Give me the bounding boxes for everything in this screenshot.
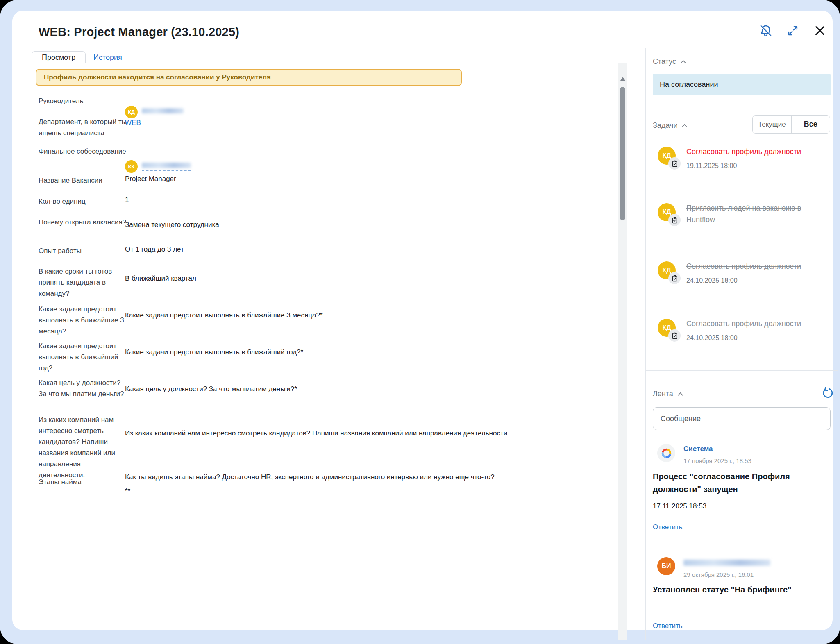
chevron-up-icon	[680, 60, 686, 64]
task-avatar: КД	[658, 261, 683, 287]
page-title: WEB: Project Manager (23.10.2025)	[39, 25, 239, 39]
feed-item-date: 29 октября 2025 г., 16:01	[683, 571, 754, 578]
clipboard-check-icon	[668, 272, 681, 284]
reply-link[interactable]: Ответить	[653, 622, 683, 630]
task-due-date: 24.10.2025 18:00	[686, 277, 832, 284]
task-item: КД Согласовать профиль должности 24.10.2…	[658, 318, 832, 342]
status-value[interactable]: На согласовании	[653, 74, 831, 95]
notifications-off-icon[interactable]	[758, 23, 774, 39]
feed-message: Установлен статус "На брифинге"	[653, 583, 830, 596]
tab-view-label: Просмотр	[42, 53, 75, 62]
approval-warning-banner: Профиль должности находится на согласова…	[36, 69, 462, 86]
redacted-author-name[interactable]	[683, 560, 770, 566]
section-divider	[646, 370, 838, 371]
feed-divider	[653, 546, 831, 546]
chevron-up-icon	[677, 392, 683, 396]
refresh-icon[interactable]	[820, 386, 834, 400]
sidebar-divider	[645, 48, 646, 640]
feed-section-header[interactable]: Лента	[653, 390, 683, 398]
feed-message: Процесс "согласование Профиля должности"…	[653, 470, 830, 496]
task-title[interactable]: Согласовать профиль должности	[686, 261, 832, 272]
tasks-filter-all[interactable]: Все	[792, 116, 830, 133]
feed-timestamp: 17.11.2025 18:53	[653, 502, 706, 510]
vacancy-profile-modal: WEB: Project Manager (23.10.2025)	[12, 11, 833, 630]
close-icon[interactable]	[812, 23, 828, 39]
clipboard-check-icon	[668, 329, 681, 342]
tasks-filter-current[interactable]: Текущие	[753, 116, 792, 133]
task-item: КД Согласовать профиль должности 24.10.2…	[658, 261, 832, 284]
system-logo-icon	[657, 444, 675, 462]
tasks-filter: Текущие Все	[752, 115, 830, 134]
tasks-header-label: Задачи	[653, 121, 677, 130]
chevron-up-icon	[681, 124, 688, 128]
status-section-header[interactable]: Статус	[653, 57, 686, 66]
feed-author[interactable]: Система	[683, 445, 713, 453]
avatar: БИ	[657, 557, 675, 575]
feed-header-label: Лента	[653, 390, 673, 398]
task-due-date: 24.10.2025 18:00	[686, 334, 832, 342]
section-divider	[646, 105, 838, 105]
tab-view[interactable]: Просмотр	[32, 51, 86, 63]
expand-icon[interactable]	[785, 23, 801, 39]
tab-content-panel	[32, 63, 645, 640]
task-item: КД Пригласить людей на вакансию в Huntfl…	[658, 202, 832, 225]
reply-link[interactable]: Ответить	[653, 523, 683, 531]
tasks-section-header[interactable]: Задачи	[653, 121, 688, 130]
feed-item-date: 17 ноября 2025 г., 18:53	[683, 457, 751, 464]
window-actions	[758, 23, 828, 39]
clipboard-check-icon	[668, 214, 681, 226]
task-title[interactable]: Согласовать профиль должности	[686, 318, 832, 329]
task-title[interactable]: Пригласить людей на вакансию в Huntflow	[686, 202, 832, 225]
task-avatar: КД	[658, 147, 683, 172]
task-avatar: КД	[658, 319, 683, 344]
tab-history[interactable]: История	[93, 53, 122, 62]
clipboard-check-icon	[668, 157, 681, 170]
task-item: КД Согласовать профиль должности 19.11.2…	[658, 146, 832, 170]
page-background: WEB: Project Manager (23.10.2025)	[0, 0, 840, 644]
status-header-label: Статус	[653, 57, 676, 66]
task-due-date: 19.11.2025 18:00	[686, 162, 832, 170]
task-avatar: КД	[658, 203, 683, 229]
task-title[interactable]: Согласовать профиль должности	[686, 146, 832, 157]
message-input[interactable]	[653, 407, 831, 430]
